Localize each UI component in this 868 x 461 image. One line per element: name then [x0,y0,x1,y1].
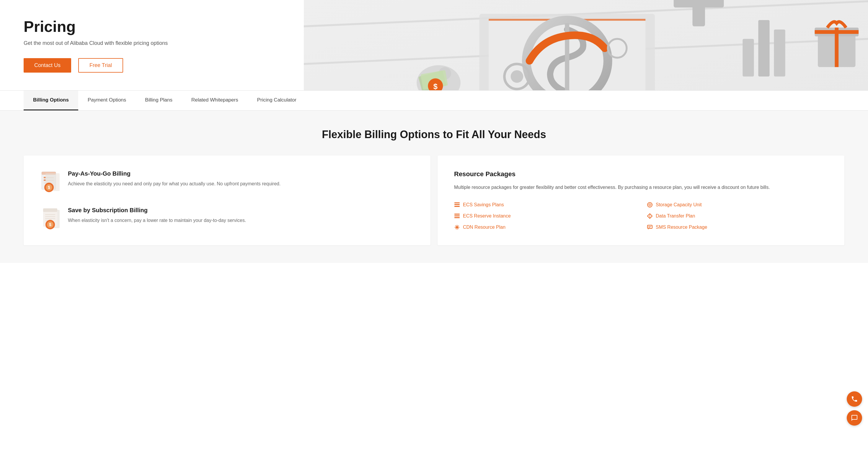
svg-rect-21 [674,0,724,8]
subscription-billing-item: $ Save by Subscription Billing When elas… [40,207,414,230]
svg-rect-22 [743,39,754,76]
transfer-icon [647,213,653,219]
subscription-description: When elasticity isn't a concern, pay a l… [68,217,246,224]
billing-options-card: $ Pay-As-You-Go Billing Achieve the elas… [24,156,430,245]
page-title: Pricing [24,18,201,35]
data-transfer-plan-link[interactable]: Data Transfer Plan [647,213,828,219]
payg-billing-item: $ Pay-As-You-Go Billing Achieve the elas… [40,170,414,194]
nav-tabs: Billing Options Payment Options Billing … [0,90,868,111]
list-icon-1 [454,202,460,208]
hero-illustration: $ [304,0,868,90]
subscription-title: Save by Subscription Billing [68,207,246,214]
cdn-icon [454,224,460,230]
svg-rect-23 [758,20,769,76]
payg-content: Pay-As-You-Go Billing Achieve the elasti… [68,170,280,188]
tab-pricing-calculator[interactable]: Pricing Calculator [248,91,306,110]
subscription-content: Save by Subscription Billing When elasti… [68,207,246,224]
tab-billing-plans[interactable]: Billing Plans [135,91,182,110]
svg-rect-61 [454,216,460,216]
sms-icon [647,224,653,230]
svg-text:$: $ [49,222,51,227]
svg-rect-38 [44,177,46,178]
svg-point-59 [650,204,650,205]
ecs-reserve-instance-link[interactable]: ECS Reserve Instance [454,213,635,219]
resource-packages-description: Multiple resource packages for greater f… [454,183,828,191]
svg-rect-46 [43,208,57,212]
resource-packages-card: Resource Packages Multiple resource pack… [438,156,844,245]
svg-rect-60 [454,214,460,215]
tab-payment-options[interactable]: Payment Options [78,91,135,110]
tab-related-whitepapers[interactable]: Related Whitepapers [182,91,248,110]
tab-billing-options[interactable]: Billing Options [24,91,78,110]
svg-rect-24 [774,30,785,76]
payg-title: Pay-As-You-Go Billing [68,170,280,177]
main-content: Flexible Billing Options to Fit All Your… [0,111,868,263]
sms-resource-package-link[interactable]: SMS Resource Package [647,224,828,230]
resource-packages-title: Resource Packages [454,170,828,178]
svg-rect-62 [454,217,460,218]
contact-us-button[interactable]: Contact Us [24,58,71,73]
storage-icon [647,202,653,208]
svg-point-10 [511,70,523,83]
svg-rect-54 [454,202,460,203]
svg-rect-56 [454,206,460,207]
cdn-resource-plan-link[interactable]: CDN Resource Plan [454,224,635,230]
resource-links-grid: ECS Savings Plans Storage Capacity Unit [454,202,828,230]
hero-section: Pricing Get the most out of Alibaba Clou… [0,0,868,90]
list-icon-2 [454,213,460,219]
free-trial-button[interactable]: Free Trial [78,58,123,73]
svg-text:$: $ [48,185,50,190]
svg-text:$: $ [433,83,438,90]
subscription-icon: $ [40,207,61,230]
billing-cards-grid: $ Pay-As-You-Go Billing Achieve the elas… [24,156,844,245]
hero-buttons: Contact Us Free Trial [24,58,201,73]
section-title: Flexible Billing Options to Fit All Your… [24,128,844,141]
hero-content: Pricing Get the most out of Alibaba Clou… [24,18,201,73]
svg-rect-69 [647,225,652,228]
ecs-savings-plans-link[interactable]: ECS Savings Plans [454,202,635,208]
payg-icon: $ [40,170,61,194]
svg-rect-39 [44,179,46,181]
svg-rect-55 [454,204,460,205]
payg-description: Achieve the elasticity you need and only… [68,180,280,188]
hero-subtitle: Get the most out of Alibaba Cloud with f… [24,40,201,46]
storage-capacity-unit-link[interactable]: Storage Capacity Unit [647,202,828,208]
